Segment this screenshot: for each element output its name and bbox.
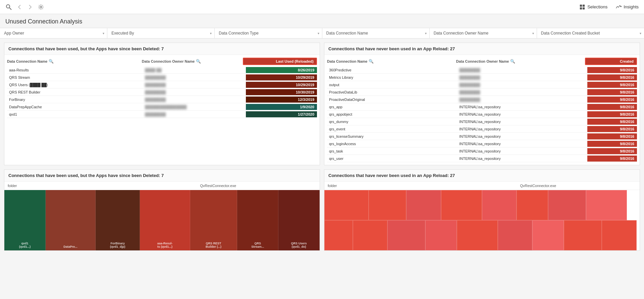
treemap-tile[interactable]: [441, 190, 482, 220]
table-row: qvd1████████1/27/2020: [7, 111, 317, 118]
forward-icon[interactable]: [27, 4, 34, 10]
bottom-left-col1: folder: [8, 184, 148, 188]
dc-date-cell: 9/8/2016: [587, 74, 637, 80]
dc-owner-cell: INTERNAL\sa_repository: [457, 141, 587, 146]
treemap-tile[interactable]: ForBinary (qvd1_djp): [96, 190, 140, 250]
treemap-tile[interactable]: QRS Stream...: [237, 190, 278, 250]
dc-owner-cell: INTERNAL\sa_repository: [457, 119, 587, 124]
bottom-right-treemap-header: folder QvRestConnector.exe: [324, 182, 640, 190]
treemap-tile[interactable]: [564, 220, 602, 250]
table-row: qrs_taskINTERNAL\sa_repository9/8/2016: [327, 147, 637, 155]
right-col2-search[interactable]: 🔍: [510, 59, 515, 64]
right-col1-search[interactable]: 🔍: [369, 59, 374, 64]
treemap-tile[interactable]: [369, 190, 407, 220]
dc-date-cell: 9/8/2016: [587, 156, 637, 162]
selections-button[interactable]: Selections: [579, 4, 607, 10]
dc-name-cell: qrs_appobject: [327, 112, 457, 117]
dc-date-cell: 1/27/2020: [246, 111, 317, 117]
selections-label: Selections: [587, 4, 607, 9]
svg-point-7: [621, 6, 622, 7]
treemap-tile[interactable]: [387, 220, 425, 250]
table-row: qrs_loginAccessINTERNAL\sa_repository9/8…: [327, 140, 637, 147]
treemap-tile[interactable]: aaa-Resul- ts (qvd1...): [140, 190, 190, 250]
back-icon[interactable]: [16, 4, 23, 10]
treemap-tile[interactable]: [517, 190, 548, 220]
dc-name-cell: QRS Stream: [7, 75, 143, 80]
insights-label: Insights: [624, 4, 639, 9]
treemap-tile[interactable]: [324, 220, 353, 250]
bottom-left-treemap: qvd1 (qvd1...)DataPre...ForBinary (qvd1_…: [4, 190, 320, 250]
page-title: Unused Connection Analysis: [0, 14, 644, 28]
dc-date-cell: 1/9/2020: [246, 104, 317, 110]
dc-date-cell: 9/8/2016: [587, 133, 637, 139]
filter-dc-owner[interactable]: Data Connection Owner Name: [430, 28, 537, 38]
treemap-tile[interactable]: [482, 190, 517, 220]
treemap-tile[interactable]: qvd1 (qvd1...): [4, 190, 46, 250]
filter-app-owner[interactable]: App Owner: [0, 28, 107, 38]
bottom-content: Connections that have been used, but the…: [0, 169, 644, 255]
dc-name-cell: qrs_dummy: [327, 119, 457, 124]
main-content: Connections that have been used, but the…: [0, 43, 644, 169]
dc-name-cell: qrs_user: [327, 156, 457, 161]
svg-point-2: [40, 6, 42, 8]
svg-rect-5: [580, 7, 582, 9]
table-row: QRS REST Builder████████10/30/2019: [7, 88, 317, 96]
left-col1-search[interactable]: 🔍: [49, 59, 54, 64]
treemap-tile[interactable]: [586, 190, 627, 220]
treemap-tile[interactable]: [457, 220, 498, 250]
table-row: qrs_appINTERNAL\sa_repository9/8/2016: [327, 103, 637, 111]
treemap-tile[interactable]: QRS REST Builder (...): [190, 190, 237, 250]
filter-dc-name[interactable]: Data Connection Name: [322, 28, 430, 38]
dc-owner-cell: INTERNAL\sa_repository: [457, 104, 587, 110]
treemap-tile[interactable]: DataPre...: [46, 190, 96, 250]
bottom-left-treemap-header: folder QvRestConnector.exe: [4, 182, 320, 190]
filter-executed-by[interactable]: Executed By: [107, 28, 215, 38]
dc-date-cell: 9/8/2016: [587, 97, 637, 103]
dc-date-cell: 10/30/2019: [246, 89, 317, 95]
treemap-tile[interactable]: [425, 220, 457, 250]
dc-owner-cell: INTERNAL\sa_repository: [457, 134, 587, 139]
search-icon[interactable]: [5, 4, 12, 10]
treemap-tile[interactable]: [532, 220, 564, 250]
left-col2-search[interactable]: 🔍: [196, 59, 201, 64]
table-row: qrs_eventINTERNAL\sa_repository9/8/2016: [327, 125, 637, 133]
dc-owner-cell: ████████: [457, 75, 587, 80]
insights-button[interactable]: Insights: [615, 4, 639, 10]
table-row: ProactiveDataOriginal████████9/8/2016: [327, 96, 637, 103]
treemap-tile[interactable]: [406, 190, 441, 220]
dc-name-cell: qrs_licenseSummary: [327, 134, 457, 139]
dc-owner-cell: ████████: [457, 67, 587, 73]
dc-date-cell: 9/8/2016: [587, 141, 637, 147]
dc-owner-cell: INTERNAL\sa_repository: [457, 148, 587, 154]
dc-name-cell: 360Predictive: [327, 67, 457, 73]
bottom-right-col3: [608, 184, 636, 188]
dc-owner-cell: INTERNAL\sa_repository: [457, 156, 587, 161]
table-row: output████████9/8/2016: [327, 81, 637, 88]
treemap-tile[interactable]: [324, 190, 369, 220]
dc-name-cell: Metrics Library: [327, 75, 457, 80]
treemap-tile[interactable]: QRS Users (qvd1_do): [278, 190, 320, 250]
dc-owner-cell: ████████: [143, 97, 246, 102]
filter-dc-created-bucket[interactable]: Data Connection Created Bucket: [537, 28, 644, 38]
table-row: Metrics Library████████9/8/2016: [327, 74, 637, 81]
dc-owner-cell: INTERNAL\sa_repository: [457, 126, 587, 132]
dc-date-cell: 9/8/2016: [587, 104, 637, 110]
right-col1-header: Data Connection Name: [327, 59, 367, 63]
settings-icon[interactable]: [38, 4, 44, 10]
left-col2-header: Data Connection Owner Name: [142, 59, 195, 63]
left-panel-title: Connections that have been used, but the…: [4, 43, 320, 55]
treemap-tile[interactable]: [548, 190, 586, 220]
dc-name-cell: ProactiveDataLib: [327, 89, 457, 95]
treemap-tile[interactable]: [602, 220, 636, 250]
filter-dc-type[interactable]: Data Connection Type: [215, 28, 322, 38]
top-bar-right: Selections Insights: [579, 4, 639, 10]
dc-date-cell: 10/29/2019: [246, 82, 317, 88]
bottom-left-col2: QvRestConnector.exe: [148, 184, 288, 188]
dc-owner-cell: ████████: [143, 112, 246, 117]
left-top-panel: Connections that have been used, but the…: [4, 43, 320, 165]
dc-date-cell: 9/8/2016: [587, 148, 637, 154]
treemap-tile[interactable]: [353, 220, 387, 250]
left-col3-header: Last Used (Reloaded): [276, 59, 314, 63]
dc-name-cell: qvd1: [7, 112, 143, 117]
treemap-tile[interactable]: [498, 220, 532, 250]
